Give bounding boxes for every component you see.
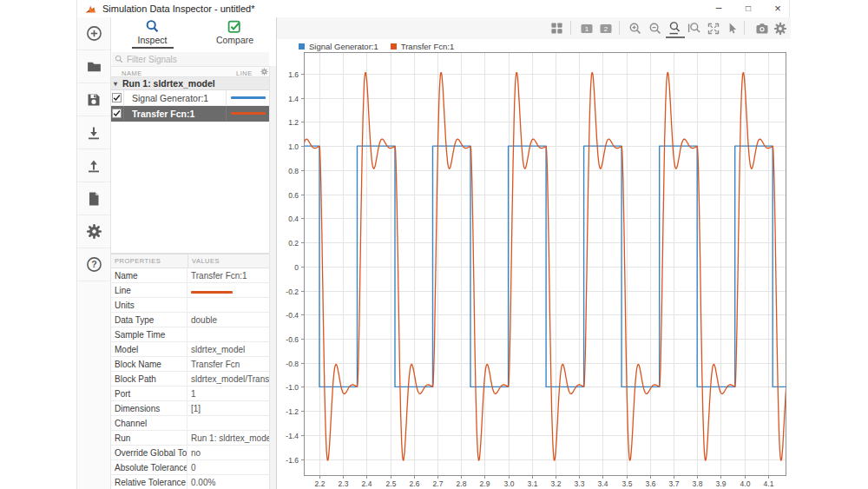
filter-signals-input[interactable]: Filter Signals [112,52,269,66]
gear-icon [773,22,787,36]
property-row: NameTransfer Fcn:1 [111,268,269,283]
run-group-header[interactable]: ▾ Run 1: sldrtex_model [111,77,269,90]
line-color-swatch [191,291,233,294]
import-button[interactable] [77,116,110,149]
toolbar-separator [744,21,745,35]
help-button[interactable]: ? [77,248,110,281]
svg-text:-1.2: -1.2 [286,407,299,416]
svg-text:3.3: 3.3 [575,479,585,488]
property-row: Data Typedouble [111,313,269,327]
floppy-disk-icon [86,92,102,108]
svg-text:-0.8: -0.8 [286,360,299,368]
matlab-icon [85,3,96,15]
tab-inspect-label: Inspect [138,35,168,45]
svg-text:-1.6: -1.6 [286,456,299,465]
zoom-in-time-icon [668,21,682,35]
column-name: NAME [122,69,142,77]
layout-button[interactable] [547,18,566,38]
arrow-up-export-icon [86,158,102,174]
svg-text:-1.4: -1.4 [286,432,299,440]
open-button[interactable] [77,50,110,83]
app-window: Simulation Data Inspector - untitled* – … [76,0,790,489]
tab-compare[interactable]: Compare [194,17,276,50]
time-plot[interactable]: 2.22.32.42.52.62.72.82.93.03.13.23.33.43… [280,39,791,489]
folder-icon [86,58,102,75]
snapshot-button[interactable] [753,18,772,38]
create-report-button[interactable] [77,182,110,215]
tab-inspect[interactable]: Inspect [111,17,194,50]
subplot-2-button[interactable]: 2 [596,18,615,38]
svg-text:1: 1 [585,25,589,33]
zoom-out-icon [648,22,662,36]
svg-text:3.6: 3.6 [646,479,656,488]
svg-text:-0.6: -0.6 [286,335,299,344]
camera-icon [755,22,769,36]
property-row: Block NameTransfer Fcn [111,357,269,372]
svg-text:2.9: 2.9 [480,479,490,488]
maximize-button[interactable]: □ [734,0,762,17]
zoom-in-button[interactable] [626,18,645,38]
signal-row-signal-generator[interactable]: Signal Generator:1 [111,90,269,106]
svg-text:0.6: 0.6 [288,191,299,200]
cursor-arrow-icon [726,22,739,35]
svg-text:2.4: 2.4 [362,479,372,488]
new-session-button[interactable] [77,17,110,50]
column-settings-gear-icon[interactable] [260,68,268,77]
svg-text:2.5: 2.5 [386,479,397,488]
checkmark-icon [113,94,121,102]
filter-placeholder: Filter Signals [127,55,177,64]
property-row: Override Global Toler...no [111,446,269,460]
svg-text:3.8: 3.8 [693,479,703,488]
svg-text:-0.2: -0.2 [286,287,299,296]
svg-text:2.3: 2.3 [339,479,349,488]
svg-text:3.2: 3.2 [551,479,562,488]
svg-text:3.9: 3.9 [716,479,727,488]
svg-text:4.0: 4.0 [740,479,751,488]
close-button[interactable]: × [764,0,792,17]
zoom-in-time-button[interactable] [666,18,685,38]
svg-text:-1.0: -1.0 [286,383,299,392]
main-toolstrip: ? [77,17,111,489]
title-bar: Simulation Data Inspector - untitled* – … [77,0,789,17]
subplot-1-icon: 1 [580,22,594,36]
svg-text:1.0: 1.0 [288,142,299,151]
visualization-settings-button[interactable] [771,18,790,38]
property-row: Line [111,283,269,298]
subplot-1-button[interactable]: 1 [577,18,596,38]
signal-label: Signal Generator:1 [132,93,226,103]
save-button[interactable] [77,83,110,116]
signal-checkbox[interactable] [112,93,122,102]
zoom-out-button[interactable] [646,18,665,38]
signals-panel: Inspect Compare Filter Signals NAM [111,17,277,489]
signal-line-swatch [231,112,266,115]
column-line: LINE [236,69,253,77]
signal-checkbox[interactable] [112,109,122,118]
signal-columns-header: NAME LINE [111,66,269,77]
toolbar-separator [570,21,571,35]
signal-row-transfer-fcn[interactable]: Transfer Fcn:1 [111,106,269,122]
zoom-in-icon [628,22,642,36]
preferences-button[interactable] [77,215,110,248]
plot-panel: 1 2 [277,17,791,489]
property-row: Sample Time [111,327,269,342]
window-title: Simulation Data Inspector - untitled* [102,3,254,14]
signal-list-scrollbar[interactable] [269,66,276,489]
values-column-label: VALUES [187,254,220,268]
line-style-cell[interactable] [226,106,269,121]
collapse-chevron-icon[interactable]: ▾ [114,80,117,88]
toolbar-separator [619,21,620,35]
svg-text:0.8: 0.8 [288,167,299,175]
export-button[interactable] [77,149,110,182]
divider [123,106,124,121]
property-row: Modelsldrtex_model [111,342,269,357]
zoom-in-y-button[interactable] [685,18,704,38]
fit-to-view-button[interactable] [704,18,723,38]
pointer-mode-button[interactable] [722,18,741,38]
svg-text:0.2: 0.2 [288,239,299,248]
svg-text:0.4: 0.4 [288,215,299,223]
layout-grid-icon [550,22,563,35]
document-icon [86,191,102,207]
property-row: Dimensions[1] [111,401,269,416]
line-style-cell[interactable] [226,90,269,105]
minimize-button[interactable]: – [705,0,733,17]
